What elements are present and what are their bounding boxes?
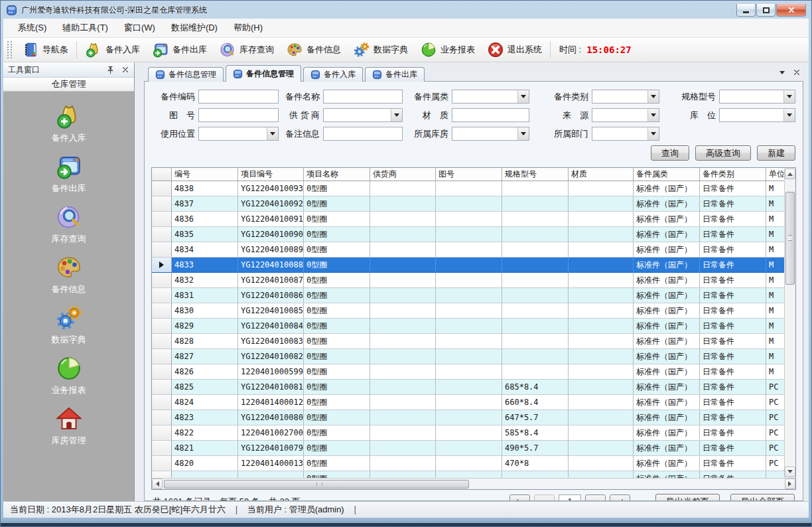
row-marker[interactable]	[152, 212, 172, 227]
table-row[interactable]: 4831YG122040100860型圈标准件（国产）日常备件M	[152, 288, 784, 303]
menu-system[interactable]: 系统(S)	[10, 19, 54, 37]
sidebar-item-parts-info[interactable]: 备件信息	[52, 254, 86, 295]
vertical-scroll-track[interactable]	[785, 180, 795, 466]
vertical-scrollbar[interactable]	[784, 168, 795, 478]
sidebar-item-business-report[interactable]: 业务报表	[52, 354, 86, 396]
export-current-page-button[interactable]: 导出当前页	[655, 494, 720, 501]
tab-parts-inbound[interactable]: 备件入库	[303, 67, 363, 82]
current-page-input[interactable]	[559, 494, 581, 501]
table-row[interactable]: 4836YG122040100910型圈标准件（国产）日常备件M	[152, 212, 784, 227]
col-drawing-no[interactable]: 图号	[436, 168, 502, 181]
col-parts-genus[interactable]: 备件属类	[634, 168, 700, 181]
scroll-down-button[interactable]	[785, 467, 795, 477]
menu-data-maintenance[interactable]: 数据维护(D)	[163, 19, 226, 37]
toolbar-business-report[interactable]: 业务报表	[414, 39, 481, 60]
row-marker[interactable]	[152, 364, 172, 380]
row-marker[interactable]	[152, 227, 172, 242]
next-page-button[interactable]: >	[585, 494, 606, 501]
toolbar-grip-handle[interactable]	[7, 41, 12, 58]
row-marker[interactable]	[152, 334, 172, 349]
col-project-name[interactable]: 项目名称	[304, 168, 370, 181]
query-button[interactable]: 查询	[651, 145, 689, 161]
toolbar-parts-outbound[interactable]: 备件出库	[146, 39, 213, 60]
table-row[interactable]: 4832YG122040100870型圈标准件（国产）日常备件M	[152, 273, 784, 288]
toolbar-parts-info[interactable]: 备件信息	[280, 39, 347, 60]
col-supplier[interactable]: 供货商	[370, 168, 436, 181]
col-spec-model[interactable]: 规格型号	[502, 168, 569, 181]
tab-parts-info-manage-2[interactable]: 备件信息管理	[226, 65, 301, 82]
menu-help[interactable]: 帮助(H)	[226, 19, 271, 37]
col-project-code[interactable]: 项目编号	[238, 168, 304, 181]
sidebar-section-warehouse[interactable]: 仓库管理	[3, 78, 134, 92]
row-marker[interactable]	[152, 181, 172, 196]
pin-icon[interactable]	[105, 65, 115, 75]
table-row[interactable]: 4834YG122040100890型圈标准件（国产）日常备件M	[152, 242, 784, 258]
first-page-button[interactable]: |<	[509, 494, 530, 501]
advanced-query-button[interactable]: 高级查询	[695, 145, 751, 161]
toolbar-nav-bar[interactable]: 导航条	[16, 39, 74, 60]
horizontal-scroll-track[interactable]	[163, 479, 785, 489]
table-row[interactable]: 4821YG122040100790型圈490*5.7标准件（国产）日常备件PC	[152, 441, 784, 456]
sidebar-item-parts-inbound[interactable]: 备件入库	[52, 102, 86, 144]
menu-window[interactable]: 窗口(W)	[116, 19, 163, 37]
col-id[interactable]: 编号	[172, 168, 238, 181]
parts-name-input[interactable]	[323, 90, 403, 104]
supplier-select[interactable]	[323, 108, 403, 122]
row-marker[interactable]	[152, 319, 172, 334]
warehouse-select[interactable]	[452, 127, 529, 141]
table-row[interactable]: 482212204010027000型圈585*8.4标准件（国产）日常备件PC	[152, 425, 784, 441]
row-marker[interactable]	[152, 258, 172, 273]
horizontal-scroll-thumb[interactable]	[164, 480, 469, 489]
tab-parts-outbound[interactable]: 备件出库	[365, 67, 425, 82]
prev-page-button[interactable]: <	[534, 494, 555, 501]
row-marker[interactable]	[152, 303, 172, 319]
scroll-left-button[interactable]	[152, 479, 163, 489]
close-button[interactable]	[776, 4, 806, 17]
table-row[interactable]: 4837YG122040100920型圈标准件（国产）日常备件M	[152, 196, 784, 212]
table-row[interactable]: 4830YG122040100850型圈标准件（国产）日常备件M	[152, 303, 784, 319]
remark-input[interactable]	[323, 127, 403, 141]
parts-genus-select[interactable]	[452, 90, 529, 104]
minimize-button[interactable]	[736, 4, 756, 17]
usage-position-select[interactable]	[198, 127, 279, 141]
close-icon[interactable]	[121, 66, 129, 74]
menu-aux-tools[interactable]: 辅助工具(T)	[54, 19, 116, 37]
row-marker[interactable]	[152, 441, 172, 456]
tab-list-dropdown-icon[interactable]	[779, 71, 785, 77]
sidebar-item-data-dictionary[interactable]: 数据字典	[52, 304, 86, 346]
material-input[interactable]	[452, 108, 529, 122]
toolbar-exit-system[interactable]: 退出系统	[481, 39, 548, 60]
drawing-no-input[interactable]	[198, 108, 279, 122]
table-row[interactable]: 4833YG122040100880型圈标准件（国产）日常备件M	[152, 258, 784, 273]
row-marker[interactable]	[152, 242, 172, 258]
horizontal-scrollbar[interactable]	[152, 478, 795, 489]
col-unit[interactable]: 单位	[766, 168, 784, 181]
row-marker[interactable]	[152, 380, 172, 395]
parts-code-input[interactable]	[198, 90, 279, 104]
table-row[interactable]: 4828YG122040100830型圈标准件（国产）日常备件M	[152, 334, 784, 349]
export-all-pages-button[interactable]: 导出全部页	[730, 494, 795, 501]
table-row[interactable]: 4838YG122040100930型圈标准件（国产）日常备件M	[152, 181, 784, 196]
toolbar-parts-inbound[interactable]: 备件入库	[79, 39, 146, 60]
table-row[interactable]: 4827YG122040100820型圈标准件（国产）日常备件M	[152, 349, 784, 364]
table-row[interactable]: 4825YG122040100810型圈685*8.4标准件（国产）日常备件PC	[152, 380, 784, 395]
row-marker[interactable]	[152, 273, 172, 288]
row-marker[interactable]	[152, 288, 172, 303]
sidebar-item-parts-outbound[interactable]: 备件出库	[52, 153, 86, 194]
location-select[interactable]	[719, 108, 795, 122]
scroll-right-button[interactable]	[785, 479, 795, 489]
maximize-button[interactable]	[756, 4, 776, 17]
sidebar-item-stock-query[interactable]: 库存查询	[52, 203, 86, 245]
sidebar-item-warehouse-manage[interactable]: 库房管理	[52, 405, 86, 447]
table-row[interactable]: 4829YG122040100840型圈标准件（国产）日常备件M	[152, 319, 784, 334]
spec-model-select[interactable]	[719, 90, 795, 104]
row-marker[interactable]	[152, 425, 172, 441]
table-row[interactable]: 4835YG122040100900型圈标准件（国产）日常备件M	[152, 227, 784, 242]
toolbar-stock-query[interactable]: 库存查询	[213, 39, 280, 60]
row-marker[interactable]	[152, 456, 172, 471]
close-tab-icon[interactable]	[793, 68, 801, 76]
table-row[interactable]: 4823YG122040100800型圈647*5.7标准件（国产）日常备件PC	[152, 410, 784, 425]
row-marker[interactable]	[152, 471, 172, 478]
last-page-button[interactable]: >|	[610, 494, 630, 501]
toolbar-data-dictionary[interactable]: 数据字典	[347, 39, 414, 60]
